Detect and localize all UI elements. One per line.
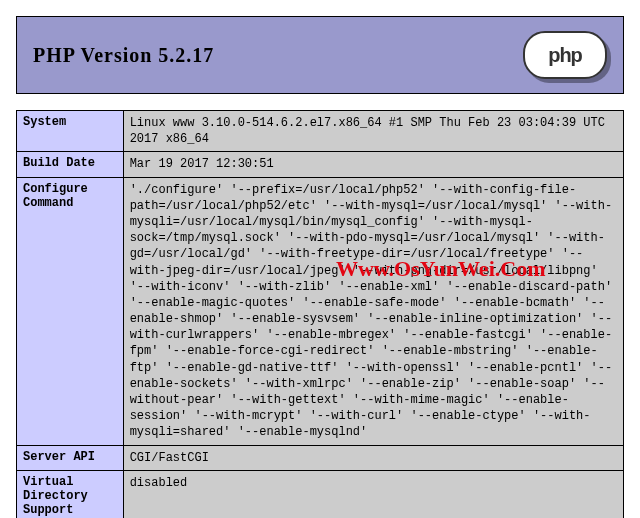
row-label: Build Date bbox=[17, 152, 124, 177]
row-label: System bbox=[17, 111, 124, 152]
header: PHP Version 5.2.17 php bbox=[16, 16, 624, 94]
row-label: Virtual Directory Support bbox=[17, 470, 124, 518]
row-value: Linux www 3.10.0-514.6.2.el7.x86_64 #1 S… bbox=[123, 111, 623, 152]
table-row: System Linux www 3.10.0-514.6.2.el7.x86_… bbox=[17, 111, 624, 152]
row-label: Configure Command bbox=[17, 177, 124, 445]
info-table: System Linux www 3.10.0-514.6.2.el7.x86_… bbox=[16, 110, 624, 518]
page-title: PHP Version 5.2.17 bbox=[33, 44, 214, 67]
row-value: './configure' '--prefix=/usr/local/php52… bbox=[123, 177, 623, 445]
row-label: Server API bbox=[17, 445, 124, 470]
table-row: Virtual Directory Support disabled bbox=[17, 470, 624, 518]
php-logo-text: php bbox=[548, 44, 582, 67]
table-row: Build Date Mar 19 2017 12:30:51 bbox=[17, 152, 624, 177]
row-value: Mar 19 2017 12:30:51 bbox=[123, 152, 623, 177]
row-value: disabled bbox=[123, 470, 623, 518]
row-value: CGI/FastCGI bbox=[123, 445, 623, 470]
table-row: Configure Command './configure' '--prefi… bbox=[17, 177, 624, 445]
table-row: Server API CGI/FastCGI bbox=[17, 445, 624, 470]
php-logo: php bbox=[523, 31, 607, 79]
